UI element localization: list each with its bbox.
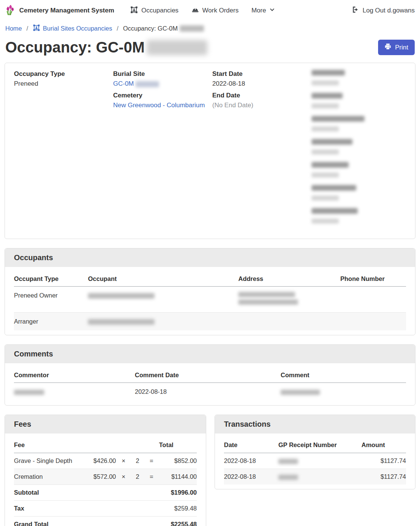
- multiply-symbol: ×: [116, 453, 131, 469]
- redacted-text: [312, 116, 364, 122]
- chevron-down-icon: [269, 7, 275, 14]
- table-row: Arranger: [14, 313, 406, 331]
- receipt-number-cell: [278, 469, 361, 485]
- burial-site-label: Burial Site: [113, 70, 208, 78]
- tax-label: Tax: [14, 501, 159, 517]
- comments-table: Commentor Comment Date Comment 2022-08-1…: [14, 367, 406, 401]
- cemetery-link[interactable]: New Greenwood - Columbarium: [113, 102, 205, 109]
- start-date-label: Start Date: [212, 70, 307, 78]
- occupancy-type-field: Occupancy Type Preneed: [14, 70, 109, 88]
- column-header: Comment: [281, 367, 406, 383]
- redacted-text: [312, 80, 339, 85]
- details-column-4-redacted: [312, 70, 406, 231]
- fee-qty-cell: 2: [131, 453, 144, 469]
- table-row: 2022-08-18: [14, 383, 406, 401]
- nav-item-label: Work Orders: [202, 7, 239, 14]
- print-button[interactable]: Print: [378, 40, 415, 55]
- nav-item-more[interactable]: More: [245, 7, 282, 14]
- redacted-text: [312, 219, 339, 224]
- transaction-date-cell: 2022-08-18: [224, 453, 278, 469]
- fee-name-cell: Cremation: [14, 469, 83, 485]
- receipt-number-cell: [278, 453, 361, 469]
- breadcrumb-home-link[interactable]: Home: [5, 25, 22, 32]
- cemetery-field: Cemetery New Greenwood - Columbarium: [113, 91, 208, 110]
- bottom-two-column-row: Fees Fee Total Grave - Single Depth $426…: [5, 415, 415, 526]
- print-button-label: Print: [395, 44, 408, 51]
- subtotal-value: $1996.00: [159, 485, 197, 501]
- column-header: Commentor: [14, 367, 135, 383]
- occupant-type-cell: Preneed Owner: [14, 287, 88, 313]
- commentor-cell: [14, 383, 135, 401]
- brand-title: Cemetery Management System: [19, 7, 114, 14]
- breadcrumb-occupancies-link[interactable]: Burial Sites Occupancies: [33, 24, 112, 33]
- subtotal-row: Subtotal $1996.00: [14, 485, 197, 501]
- redacted-text: [281, 390, 320, 395]
- redacted-text: [14, 390, 44, 395]
- fees-section-title: Fees: [5, 415, 206, 433]
- burial-plot-icon: [33, 24, 40, 33]
- redacted-text: [278, 459, 298, 464]
- brand[interactable]: Cemetery Management System: [5, 4, 114, 17]
- occupants-card: Occupants Occupant Type Occupant Address…: [5, 248, 415, 335]
- occupancy-type-label: Occupancy Type: [14, 70, 109, 78]
- amount-cell: $1127.74: [361, 469, 406, 485]
- tax-value: $259.48: [159, 501, 197, 517]
- start-date-field: Start Date 2022-08-18: [212, 70, 307, 88]
- redacted-text: [312, 173, 339, 177]
- breadcrumb-current: Occupancy: GC-0M: [123, 25, 204, 32]
- column-header: Comment Date: [135, 367, 281, 383]
- redacted-field: [312, 70, 406, 86]
- comment-cell: [281, 383, 406, 401]
- fee-total-cell: $852.00: [159, 453, 197, 469]
- breadcrumb: Home / Burial Sites Occupancies / Occupa…: [0, 21, 420, 34]
- sign-out-icon: [352, 6, 359, 15]
- column-header: Fee: [14, 437, 83, 453]
- column-header: Phone Number: [340, 271, 406, 287]
- grand-total-label: Grand Total: [14, 517, 159, 526]
- equals-symbol: =: [144, 453, 159, 469]
- nav-item-work-orders[interactable]: Work Orders: [185, 6, 245, 15]
- comments-card: Comments Commentor Comment Date Comment …: [5, 344, 415, 406]
- fee-name-cell: Grave - Single Depth: [14, 453, 83, 469]
- equals-symbol: =: [144, 469, 159, 485]
- transactions-section-title: Transactions: [215, 415, 415, 433]
- cemetery-value: New Greenwood - Columbarium: [113, 101, 208, 110]
- column-header: GP Receipt Number: [278, 437, 361, 453]
- table-row: 2022-08-18 $1127.74: [224, 469, 406, 485]
- occupancy-details-card: Occupancy Type Preneed Burial Site GC-0M…: [5, 63, 415, 239]
- table-row: Cremation $572.00 × 2 = $1144.00: [14, 469, 197, 485]
- breadcrumb-current-label: Occupancy: GC-0M: [123, 25, 178, 32]
- redacted-text: [312, 185, 356, 191]
- occupant-cell: [88, 287, 238, 313]
- spacer-header: [83, 437, 116, 453]
- occupants-section-title: Occupants: [5, 248, 415, 267]
- transaction-date-cell: 2022-08-18: [224, 469, 278, 485]
- redacted-field: [312, 208, 406, 224]
- nav-item-label: Occupancies: [141, 7, 178, 14]
- multiply-symbol: ×: [116, 469, 131, 485]
- column-header: Occupant: [88, 271, 238, 287]
- redacted-text: [88, 319, 154, 325]
- redacted-text: [312, 196, 339, 201]
- details-column-2: Burial Site GC-0M Cemetery New Greenwood…: [113, 70, 208, 231]
- nav-item-occupancies[interactable]: Occupancies: [124, 6, 185, 15]
- cemetery-label: Cemetery: [113, 91, 208, 100]
- redacted-text: [238, 292, 295, 297]
- printer-icon: [384, 43, 391, 52]
- subtotal-label: Subtotal: [14, 485, 159, 501]
- burial-site-link[interactable]: GC-0M: [113, 80, 134, 87]
- tulips-logo-icon: [5, 4, 15, 17]
- occupant-type-cell: Arranger: [14, 313, 88, 331]
- logout-link[interactable]: Log Out d.gowans: [352, 6, 415, 15]
- breadcrumb-link-label: Burial Sites Occupancies: [43, 25, 112, 32]
- column-header: Date: [224, 437, 278, 453]
- fees-table: Fee Total Grave - Single Depth $426.00 ×…: [14, 437, 197, 526]
- column-header: Total: [159, 437, 197, 453]
- transactions-table: Date GP Receipt Number Amount 2022-08-18…: [224, 437, 406, 484]
- redacted-text: [312, 93, 343, 99]
- column-header: Address: [238, 271, 340, 287]
- fee-price-cell: $426.00: [83, 453, 116, 469]
- page-title-text: Occupancy: GC-0M: [5, 39, 145, 56]
- redacted-text: [312, 139, 352, 145]
- comment-date-cell: 2022-08-18: [135, 383, 281, 401]
